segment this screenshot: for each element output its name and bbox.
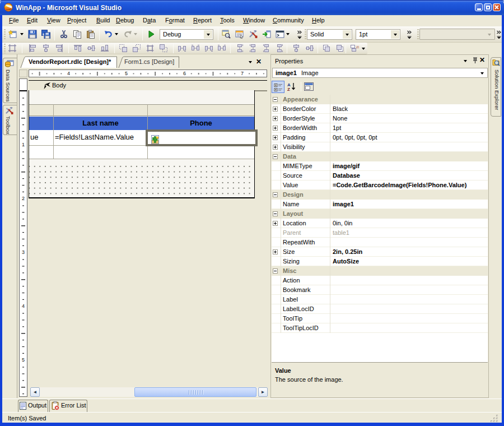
svg-text:Z: Z: [287, 87, 290, 92]
